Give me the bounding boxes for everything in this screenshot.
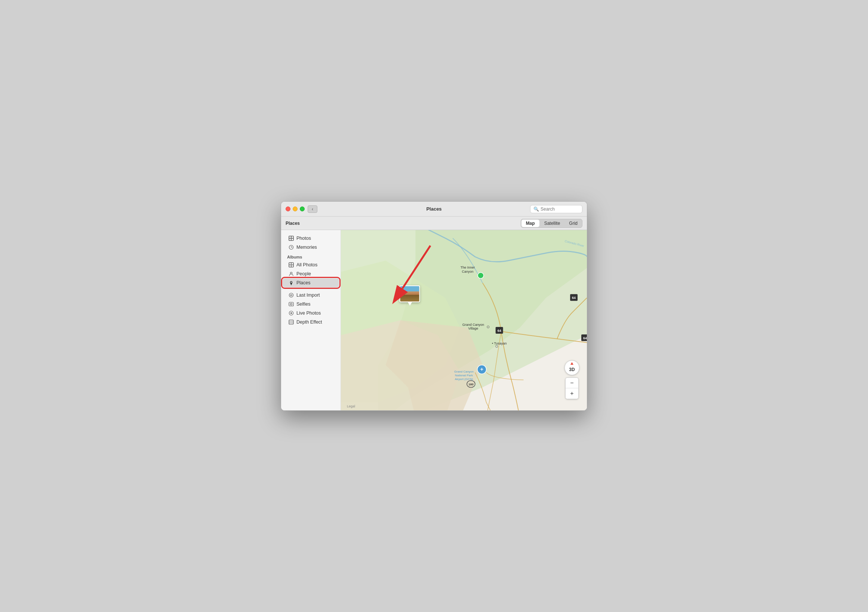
sidebar-item-selfies[interactable]: Selfies — [283, 300, 339, 309]
map-view-button[interactable]: Map — [521, 220, 539, 227]
depth-effect-icon — [288, 320, 294, 325]
people-icon — [288, 271, 294, 276]
svg-text:64: 64 — [498, 329, 501, 332]
people-label: People — [296, 271, 311, 276]
photo-pin[interactable] — [400, 286, 420, 306]
svg-text:180: 180 — [468, 383, 474, 386]
back-button[interactable]: ‹ — [308, 205, 317, 213]
all-photos-icon — [288, 262, 294, 267]
svg-point-15 — [290, 294, 292, 296]
pin-triangle — [408, 302, 412, 306]
selfies-icon — [288, 301, 294, 307]
main-content: Photos Memories Albums — [281, 230, 587, 410]
svg-point-13 — [291, 282, 292, 283]
svg-point-17 — [290, 303, 292, 305]
satellite-view-button[interactable]: Satellite — [540, 219, 565, 227]
sidebar-item-people[interactable]: People — [283, 269, 339, 278]
memories-label: Memories — [296, 245, 317, 250]
svg-rect-6 — [289, 263, 293, 267]
three-d-button[interactable]: 3D — [564, 360, 580, 375]
map-controls: 3D − + — [564, 360, 580, 399]
close-button[interactable] — [285, 207, 290, 211]
sidebar-item-places[interactable]: Places — [283, 278, 339, 287]
svg-rect-0 — [289, 236, 293, 241]
svg-text:• Tusayan: • Tusayan — [492, 342, 507, 345]
maximize-button[interactable] — [300, 207, 305, 211]
svg-text:Canyon: Canyon — [462, 270, 474, 273]
svg-text:64: 64 — [583, 336, 587, 340]
toolbar: Places Map Satellite Grid — [281, 217, 587, 230]
sidebar-item-depth-effect[interactable]: Depth Effect — [283, 318, 339, 326]
sidebar-title: Places — [285, 221, 521, 226]
svg-point-14 — [289, 293, 293, 297]
map-view-controls: Map Satellite Grid — [521, 219, 583, 228]
places-icon — [288, 280, 294, 286]
search-icon: 🔍 — [533, 207, 539, 212]
grid-view-button[interactable]: Grid — [564, 219, 582, 227]
sidebar-item-last-import[interactable]: Last Import — [283, 290, 339, 300]
svg-rect-16 — [289, 302, 293, 306]
minimize-button[interactable] — [293, 207, 298, 211]
last-import-label: Last Import — [296, 292, 320, 298]
legal-text: Legal — [347, 404, 355, 408]
zoom-in-button[interactable]: + — [566, 388, 578, 399]
memories-icon — [288, 245, 294, 250]
svg-text:Grand Canyon: Grand Canyon — [454, 370, 474, 373]
photos-label: Photos — [296, 236, 311, 241]
svg-text:+: + — [480, 366, 484, 372]
zoom-out-button[interactable]: − — [566, 378, 578, 388]
window-title: Places — [426, 206, 442, 212]
traffic-lights — [285, 207, 305, 211]
places-label: Places — [296, 280, 311, 286]
svg-text:64: 64 — [572, 296, 576, 300]
last-import-icon — [288, 292, 294, 298]
svg-text:National Park: National Park — [455, 374, 473, 377]
photo-thumbnail — [400, 286, 420, 302]
map-area[interactable]: 64 64 64 180 + Th — [341, 230, 587, 410]
svg-point-19 — [290, 312, 292, 314]
zoom-controls: − + — [565, 377, 579, 399]
sidebar-item-photos[interactable]: Photos — [283, 234, 339, 243]
live-photos-icon — [288, 311, 294, 316]
sidebar-item-memories[interactable]: Memories — [283, 243, 339, 252]
photos-icon — [288, 236, 294, 241]
svg-point-38 — [478, 272, 484, 278]
svg-text:Airport (GCN): Airport (GCN) — [455, 377, 473, 381]
main-window: ‹ Places 🔍 Places Map Satellite Grid — [281, 201, 587, 411]
all-photos-label: All Photos — [296, 262, 317, 267]
search-input[interactable] — [541, 207, 579, 212]
three-d-label: 3D — [569, 367, 575, 372]
sidebar-item-all-photos[interactable]: All Photos — [283, 260, 339, 269]
depth-effect-label: Depth Effect — [296, 320, 322, 325]
sidebar: Photos Memories Albums — [281, 230, 341, 410]
selfies-label: Selfies — [296, 301, 311, 307]
titlebar: ‹ Places 🔍 — [281, 202, 587, 217]
map-svg: 64 64 64 180 + Th — [341, 230, 587, 410]
svg-text:The Inner: The Inner — [460, 266, 475, 269]
svg-point-11 — [290, 272, 292, 274]
svg-text:Village: Village — [468, 326, 479, 330]
albums-section-label: Albums — [281, 252, 341, 260]
svg-text:Grand Canyon: Grand Canyon — [462, 323, 484, 326]
search-box[interactable]: 🔍 — [530, 205, 583, 213]
sidebar-item-live-photos[interactable]: Live Photos — [283, 309, 339, 318]
live-photos-label: Live Photos — [296, 311, 321, 316]
compass-arrow — [570, 362, 574, 365]
